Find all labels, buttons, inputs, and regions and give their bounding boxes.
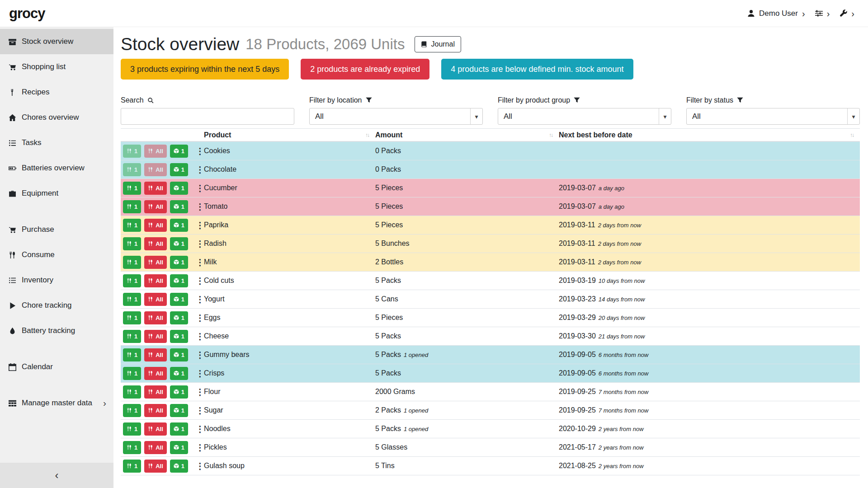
consume-all-button[interactable]: All: [144, 367, 167, 380]
row-menu-button[interactable]: ⋮: [196, 239, 204, 248]
consume-all-button[interactable]: All: [144, 256, 167, 269]
sidebar-item-battery-tracking[interactable]: Battery tracking: [0, 318, 113, 343]
column-header-best-before[interactable]: Next best before date ↑↓: [559, 131, 860, 139]
consume-one-button[interactable]: 1: [123, 256, 141, 269]
sidebar-item-recipes[interactable]: Recipes: [0, 80, 113, 105]
consume-one-button[interactable]: 1: [123, 219, 141, 232]
row-menu-button[interactable]: ⋮: [196, 184, 204, 192]
row-menu-button[interactable]: ⋮: [196, 369, 204, 378]
consume-one-button[interactable]: 1: [123, 237, 141, 250]
row-menu-button[interactable]: ⋮: [196, 332, 204, 341]
consume-all-button[interactable]: All: [144, 182, 167, 195]
sidebar-item-tasks[interactable]: Tasks: [0, 130, 113, 155]
row-menu-button[interactable]: ⋮: [196, 406, 204, 415]
below-min-stock-banner[interactable]: 4 products are below defined min. stock …: [441, 59, 633, 80]
row-menu-button[interactable]: ⋮: [196, 462, 204, 470]
consume-one-button[interactable]: 1: [123, 200, 141, 213]
consume-one-button[interactable]: 1: [123, 460, 141, 473]
sidebar-item-calendar[interactable]: Calendar: [0, 354, 113, 380]
sidebar-item-chore-tracking[interactable]: Chore tracking: [0, 293, 113, 318]
product-group-filter-select[interactable]: All ▾: [498, 108, 671, 125]
sidebar-item-consume[interactable]: Consume: [0, 242, 113, 267]
sidebar-item-purchase[interactable]: Purchase: [0, 217, 113, 242]
open-one-button[interactable]: 1: [170, 256, 188, 269]
consume-one-button[interactable]: 1: [123, 348, 141, 361]
consume-all-button[interactable]: All: [144, 274, 167, 287]
open-one-button[interactable]: 1: [170, 460, 188, 473]
row-menu-button[interactable]: ⋮: [196, 295, 204, 304]
location-filter-select[interactable]: All ▾: [309, 108, 483, 125]
open-one-button[interactable]: 1: [170, 145, 188, 158]
consume-all-button[interactable]: All: [144, 293, 167, 306]
consume-one-button[interactable]: 1: [123, 385, 141, 399]
consume-all-button[interactable]: All: [144, 441, 167, 454]
consume-all-button[interactable]: All: [144, 200, 167, 213]
sidebar-item-stock-overview[interactable]: Stock overview: [0, 29, 113, 54]
consume-one-button[interactable]: 1: [123, 367, 141, 380]
row-menu-button[interactable]: ⋮: [196, 277, 204, 285]
consume-one-button[interactable]: 1: [123, 404, 141, 417]
open-one-button[interactable]: 1: [170, 274, 188, 287]
row-menu-button[interactable]: ⋮: [196, 425, 204, 433]
row-menu-button[interactable]: ⋮: [196, 443, 204, 452]
row-menu-button[interactable]: ⋮: [196, 258, 204, 267]
user-menu[interactable]: Demo User ›: [747, 9, 805, 18]
consume-one-button[interactable]: 1: [123, 330, 141, 343]
sidebar-item-manage-master-data[interactable]: Manage master data›: [0, 390, 113, 416]
consume-one-button[interactable]: 1: [123, 274, 141, 287]
row-menu-button[interactable]: ⋮: [196, 147, 204, 155]
consume-all-button[interactable]: All: [144, 422, 167, 436]
consume-one-button[interactable]: 1: [123, 441, 141, 454]
open-one-button[interactable]: 1: [170, 404, 188, 417]
consume-all-button[interactable]: All: [144, 145, 167, 158]
search-input[interactable]: [121, 108, 294, 125]
open-one-button[interactable]: 1: [170, 441, 188, 454]
row-menu-button[interactable]: ⋮: [196, 351, 204, 359]
sidebar-item-batteries-overview[interactable]: Batteries overview: [0, 155, 113, 181]
consume-one-button[interactable]: 1: [123, 422, 141, 436]
status-filter-select[interactable]: All ▾: [686, 108, 860, 125]
consume-one-button[interactable]: 1: [123, 163, 141, 176]
consume-one-button[interactable]: 1: [123, 145, 141, 158]
row-menu-button[interactable]: ⋮: [196, 202, 204, 211]
consume-one-button[interactable]: 1: [123, 311, 141, 324]
row-menu-button[interactable]: ⋮: [196, 221, 204, 230]
sidebar-item-equipment[interactable]: Equipment: [0, 181, 113, 206]
app-logo[interactable]: grocy: [9, 5, 45, 22]
column-header-amount[interactable]: Amount ↑↓: [375, 131, 559, 139]
consume-all-button[interactable]: All: [144, 311, 167, 324]
row-menu-button[interactable]: ⋮: [196, 165, 204, 174]
expired-banner[interactable]: 2 products are already expired: [301, 59, 429, 80]
sidebar-item-inventory[interactable]: Inventory: [0, 267, 113, 293]
open-one-button[interactable]: 1: [170, 348, 188, 361]
open-one-button[interactable]: 1: [170, 422, 188, 436]
open-one-button[interactable]: 1: [170, 293, 188, 306]
sidebar-item-chores-overview[interactable]: Chores overview: [0, 105, 113, 130]
expiring-banner[interactable]: 3 products expiring within the next 5 da…: [121, 59, 289, 80]
open-one-button[interactable]: 1: [170, 385, 188, 399]
consume-all-button[interactable]: All: [144, 404, 167, 417]
sidebar-item-shopping-list[interactable]: Shopping list: [0, 54, 113, 80]
consume-all-button[interactable]: All: [144, 348, 167, 361]
column-header-product[interactable]: Product ↑↓: [204, 131, 375, 139]
open-one-button[interactable]: 1: [170, 163, 188, 176]
consume-one-button[interactable]: 1: [123, 293, 141, 306]
row-menu-button[interactable]: ⋮: [196, 388, 204, 396]
open-one-button[interactable]: 1: [170, 330, 188, 343]
consume-all-button[interactable]: All: [144, 237, 167, 250]
stock-settings-menu[interactable]: ›: [815, 9, 830, 18]
row-menu-button[interactable]: ⋮: [196, 314, 204, 322]
open-one-button[interactable]: 1: [170, 311, 188, 324]
open-one-button[interactable]: 1: [170, 200, 188, 213]
sidebar-collapse-button[interactable]: ‹: [0, 463, 113, 488]
open-one-button[interactable]: 1: [170, 237, 188, 250]
journal-button[interactable]: Journal: [415, 36, 461, 52]
open-one-button[interactable]: 1: [170, 182, 188, 195]
consume-all-button[interactable]: All: [144, 219, 167, 232]
open-one-button[interactable]: 1: [170, 219, 188, 232]
consume-all-button[interactable]: All: [144, 163, 167, 176]
consume-one-button[interactable]: 1: [123, 182, 141, 195]
open-one-button[interactable]: 1: [170, 367, 188, 380]
consume-all-button[interactable]: All: [144, 460, 167, 473]
consume-all-button[interactable]: All: [144, 385, 167, 399]
